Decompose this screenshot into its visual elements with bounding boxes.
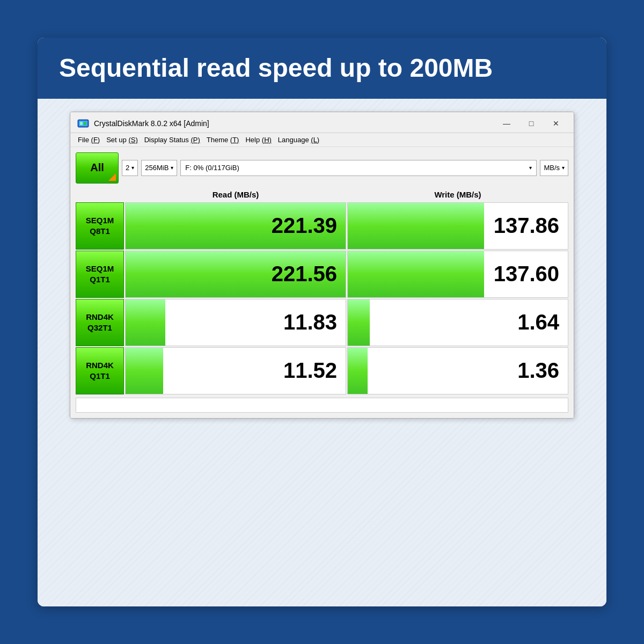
menu-setup[interactable]: Set up (S) (103, 134, 141, 145)
col-header-empty (76, 188, 124, 201)
header-title: Sequential read speed up to 200MB (59, 53, 585, 84)
read-value-2: 11.83 (283, 310, 337, 334)
write-cell-3: 1.36 (347, 347, 568, 394)
queue-value: 2 (126, 164, 129, 172)
col-headers: Read (MB/s) Write (MB/s) (76, 188, 568, 201)
title-bar: CrystalDiskMark 8.0.2 x64 [Admin] — □ ✕ (70, 112, 574, 133)
row-label-3: RND4KQ1T1 (76, 347, 124, 394)
write-cell-2: 1.64 (347, 299, 568, 346)
drive-arrow: ▾ (529, 165, 532, 171)
read-value-3: 11.52 (283, 358, 337, 383)
table-row: RND4KQ1T111.521.36 (76, 347, 568, 394)
blocksize-value: 256MiB (145, 164, 169, 172)
status-bar (76, 398, 568, 413)
read-cell-2: 11.83 (125, 299, 346, 346)
menu-file[interactable]: File (F) (75, 134, 103, 145)
table-row: RND4KQ32T111.831.64 (76, 299, 568, 346)
blocksize-select[interactable]: 256MiB ▾ (141, 160, 177, 176)
title-bar-left: CrystalDiskMark 8.0.2 x64 [Admin] (77, 117, 209, 130)
cdm-body: All 2 ▾ 256MiB ▾ F: 0% (0/117GiB) ▾ (70, 147, 574, 418)
queue-select[interactable]: 2 ▾ (122, 160, 138, 176)
table-row: SEQ1MQ1T1221.56137.60 (76, 251, 568, 298)
cdm-window: CrystalDiskMark 8.0.2 x64 [Admin] — □ ✕ … (70, 112, 574, 419)
svg-rect-3 (84, 122, 86, 125)
blocksize-arrow: ▾ (171, 165, 173, 171)
maximize-button[interactable]: □ (520, 116, 543, 130)
col-header-read: Read (MB/s) (125, 188, 346, 201)
read-cell-1: 221.56 (125, 251, 346, 298)
read-value-1: 221.56 (272, 262, 337, 286)
menu-display[interactable]: Display Status (P) (141, 134, 203, 145)
unit-value: MB/s (544, 164, 560, 172)
close-button[interactable]: ✕ (545, 116, 567, 130)
header-banner: Sequential read speed up to 200MB (38, 38, 606, 99)
table-row: SEQ1MQ8T1221.39137.86 (76, 202, 568, 250)
write-cell-1: 137.60 (347, 251, 568, 298)
queue-arrow: ▾ (131, 165, 134, 171)
outer-card: Sequential read speed up to 200MB Cry (38, 38, 606, 606)
row-label-2: RND4KQ32T1 (76, 299, 124, 346)
svg-rect-2 (80, 122, 83, 125)
unit-arrow: ▾ (562, 165, 565, 171)
write-value-2: 1.64 (517, 310, 559, 334)
row-label-0: SEQ1MQ8T1 (76, 202, 124, 250)
menu-bar: File (F) Set up (S) Display Status (P) T… (70, 133, 574, 147)
col-header-write: Write (MB/s) (347, 188, 568, 201)
content-area: CrystalDiskMark 8.0.2 x64 [Admin] — □ ✕ … (38, 99, 606, 606)
read-value-0: 221.39 (272, 214, 337, 238)
app-icon (77, 117, 90, 130)
window-title: CrystalDiskMark 8.0.2 x64 [Admin] (94, 119, 209, 128)
data-rows: SEQ1MQ8T1221.39137.86SEQ1MQ1T1221.56137.… (76, 202, 568, 394)
write-value-1: 137.60 (494, 262, 559, 286)
menu-language[interactable]: Language (L) (275, 134, 323, 145)
read-cell-0: 221.39 (125, 202, 346, 250)
row-label-1: SEQ1MQ1T1 (76, 251, 124, 298)
write-cell-0: 137.86 (347, 202, 568, 250)
drive-value: F: 0% (0/117GiB) (185, 164, 239, 172)
write-value-0: 137.86 (494, 214, 559, 238)
menu-theme[interactable]: Theme (T) (203, 134, 243, 145)
all-button[interactable]: All (76, 152, 119, 184)
title-bar-controls: — □ ✕ (495, 116, 567, 130)
unit-select[interactable]: MB/s ▾ (540, 160, 568, 176)
minimize-button[interactable]: — (495, 116, 518, 130)
write-value-3: 1.36 (517, 358, 559, 383)
menu-help[interactable]: Help (H) (242, 134, 274, 145)
read-cell-3: 11.52 (125, 347, 346, 394)
controls-row: All 2 ▾ 256MiB ▾ F: 0% (0/117GiB) ▾ (76, 152, 568, 184)
drive-select[interactable]: F: 0% (0/117GiB) ▾ (180, 160, 537, 176)
